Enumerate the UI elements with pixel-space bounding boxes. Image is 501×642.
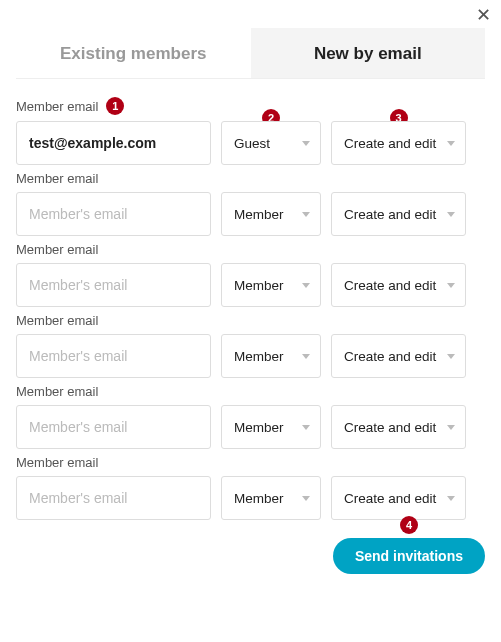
- role-value: Member: [234, 420, 284, 435]
- access-select[interactable]: Create and edit: [331, 405, 466, 449]
- email-label-text: Member email: [16, 99, 98, 114]
- email-label: Member email 1: [16, 97, 485, 115]
- footer: 4 Send invitations: [0, 526, 501, 574]
- email-label: Member email: [16, 242, 485, 257]
- role-select[interactable]: Member: [221, 405, 321, 449]
- role-value: Member: [234, 278, 284, 293]
- chevron-down-icon: [447, 354, 455, 359]
- invite-row: Member email Member Create and edit: [16, 171, 485, 236]
- chevron-down-icon: [302, 354, 310, 359]
- tabs: Existing members New by email: [16, 28, 485, 79]
- role-value: Guest: [234, 136, 270, 151]
- close-icon[interactable]: ✕: [476, 6, 491, 24]
- access-value: Create and edit: [344, 207, 436, 222]
- invite-form: Member email 1 2 Guest 3 Create and edit: [0, 79, 501, 520]
- access-value: Create and edit: [344, 420, 436, 435]
- email-label: Member email: [16, 384, 485, 399]
- access-value: Create and edit: [344, 491, 436, 506]
- email-field[interactable]: [16, 192, 211, 236]
- role-select[interactable]: Member: [221, 476, 321, 520]
- chevron-down-icon: [447, 141, 455, 146]
- email-field[interactable]: [16, 476, 211, 520]
- role-value: Member: [234, 491, 284, 506]
- badge-4: 4: [400, 516, 418, 534]
- chevron-down-icon: [447, 212, 455, 217]
- email-label: Member email: [16, 455, 485, 470]
- access-select[interactable]: Create and edit: [331, 121, 466, 165]
- invite-row: Member email Member Create and edit: [16, 242, 485, 307]
- role-select[interactable]: Guest: [221, 121, 321, 165]
- email-field[interactable]: [16, 334, 211, 378]
- tab-existing-members[interactable]: Existing members: [16, 28, 251, 78]
- invite-row: Member email Member Create and edit: [16, 384, 485, 449]
- access-value: Create and edit: [344, 278, 436, 293]
- access-select[interactable]: Create and edit: [331, 334, 466, 378]
- access-select[interactable]: Create and edit: [331, 263, 466, 307]
- email-field[interactable]: [16, 405, 211, 449]
- access-value: Create and edit: [344, 349, 436, 364]
- access-select[interactable]: Create and edit: [331, 192, 466, 236]
- invite-row: Member email 1 2 Guest 3 Create and edit: [16, 97, 485, 165]
- email-field[interactable]: [16, 121, 211, 165]
- role-select[interactable]: Member: [221, 334, 321, 378]
- chevron-down-icon: [302, 212, 310, 217]
- email-field[interactable]: [16, 263, 211, 307]
- role-value: Member: [234, 207, 284, 222]
- invite-row: Member email Member Create and edit: [16, 313, 485, 378]
- role-select[interactable]: Member: [221, 192, 321, 236]
- access-select[interactable]: Create and edit: [331, 476, 466, 520]
- chevron-down-icon: [447, 496, 455, 501]
- chevron-down-icon: [302, 141, 310, 146]
- chevron-down-icon: [302, 496, 310, 501]
- tab-new-by-email[interactable]: New by email: [251, 28, 486, 78]
- role-value: Member: [234, 349, 284, 364]
- chevron-down-icon: [447, 425, 455, 430]
- email-label: Member email: [16, 313, 485, 328]
- email-label: Member email: [16, 171, 485, 186]
- badge-1: 1: [106, 97, 124, 115]
- invite-row: Member email Member Create and edit: [16, 455, 485, 520]
- chevron-down-icon: [302, 425, 310, 430]
- role-select[interactable]: Member: [221, 263, 321, 307]
- access-value: Create and edit: [344, 136, 436, 151]
- chevron-down-icon: [447, 283, 455, 288]
- send-invitations-button[interactable]: Send invitations: [333, 538, 485, 574]
- chevron-down-icon: [302, 283, 310, 288]
